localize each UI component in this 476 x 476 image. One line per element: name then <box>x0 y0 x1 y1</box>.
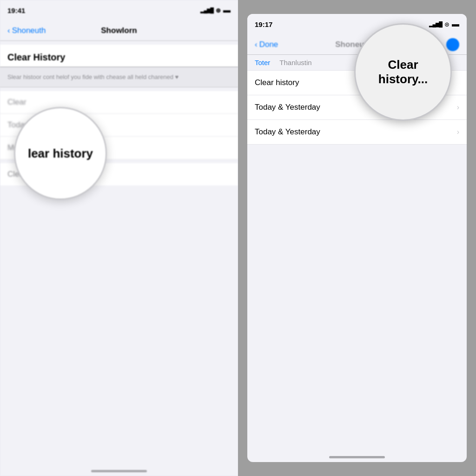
right-time: 19:17 <box>255 20 272 28</box>
right-battery-icon: ▬ <box>452 20 459 28</box>
right-home-indicator <box>329 456 385 458</box>
right-list-item-today2[interactable]: Today & Yesterday › <box>247 120 467 145</box>
left-status-icons: ▂▄▆█ ⊛ ▬ <box>200 6 231 14</box>
right-magnifier: Clear history... <box>354 23 452 121</box>
right-status-icons: ▂▄▆█ ⊛ ▬ <box>429 20 459 28</box>
left-magnifier: lear history <box>14 107 107 200</box>
left-magnifier-text: lear history <box>28 146 93 161</box>
left-battery-icon: ▬ <box>223 6 231 14</box>
left-description: Slear histoor cont helof you fide with c… <box>0 67 238 87</box>
left-signal-icon: ▂▄▆█ <box>200 7 213 13</box>
right-signal-icon: ▂▄▆█ <box>429 21 442 27</box>
left-chevron-icon: ‹ <box>7 26 10 35</box>
left-section-title: Clear History <box>0 45 238 66</box>
left-status-bar: 19:41 ▂▄▆█ ⊛ ▬ <box>0 0 238 20</box>
right-panel: 19:17 ▂▄▆█ ⊛ ▬ ‹ Done Shoneution Toter <box>238 0 476 476</box>
left-home-indicator <box>91 470 147 472</box>
tab-thanlustin[interactable]: Thanlustin <box>279 59 311 66</box>
left-panel: 19:41 ▂▄▆█ ⊛ ▬ ‹ Shoneuth Showlorn Clear… <box>0 0 238 476</box>
right-magnifier-text: Clear history... <box>356 58 450 86</box>
left-back-label: Shoneuth <box>12 26 46 35</box>
right-item-today2-text: Today & Yesterday <box>255 127 320 137</box>
right-chevron-icon: ‹ <box>255 40 258 49</box>
left-wifi-icon: ⊛ <box>216 7 221 14</box>
list-item-clear[interactable]: Clear <box>0 91 238 114</box>
left-time: 19:41 <box>7 7 25 14</box>
right-back-button[interactable]: ‹ Done <box>255 40 278 49</box>
right-item-clear-text: Clear history <box>255 78 299 87</box>
right-item-today1-text: Today & Yesterday <box>255 103 320 112</box>
right-status-bar: 19:17 ▂▄▆█ ⊛ ▬ <box>247 14 467 34</box>
right-wifi-icon: ⊛ <box>444 21 450 28</box>
left-back-button[interactable]: ‹ Shoneuth <box>7 26 46 35</box>
right-back-label: Done <box>259 40 278 49</box>
tab-toter[interactable]: Toter <box>255 59 270 66</box>
left-nav: ‹ Shoneuth Showlorn <box>0 20 238 41</box>
right-chevron-1: › <box>457 103 459 112</box>
left-nav-title: Showlorn <box>101 26 137 35</box>
right-chevron-2: › <box>457 128 459 136</box>
right-action-button[interactable] <box>446 38 459 51</box>
